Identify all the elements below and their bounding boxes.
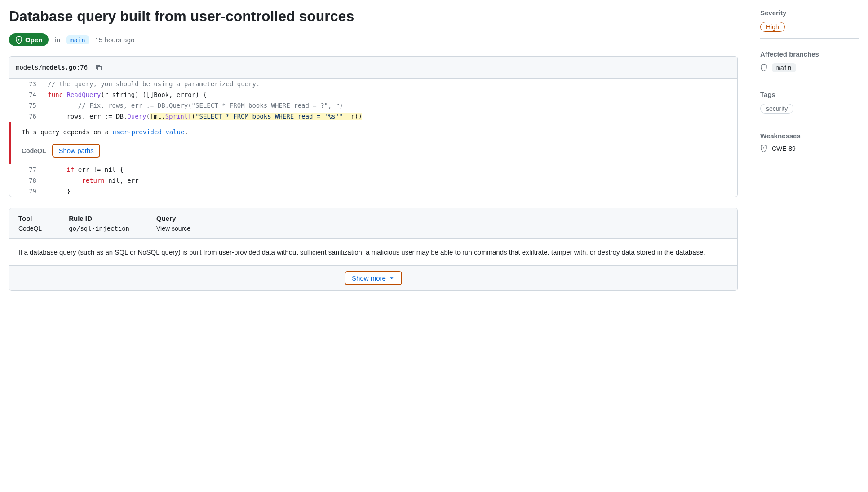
shield-icon: [760, 145, 767, 152]
svg-point-0: [18, 39, 20, 40]
code-line: 74 func ReadQuery(r string) ([]Book, err…: [9, 89, 737, 100]
copy-button[interactable]: [92, 61, 105, 74]
code-line: 79 }: [9, 186, 737, 197]
weaknesses-section: Weaknesses CWE-89: [760, 132, 859, 158]
details-col-query: Query View source: [156, 215, 190, 232]
timestamp: 15 hours ago: [95, 36, 135, 44]
path-line: :76: [76, 64, 88, 71]
svg-rect-3: [763, 149, 764, 150]
in-text: in: [55, 36, 60, 44]
status-badge: Open: [9, 33, 49, 46]
section-title: Affected branches: [760, 50, 859, 58]
comment: // the query, you should be using a para…: [48, 80, 260, 88]
col-value: CodeQL: [18, 225, 42, 232]
code-table: 73 // the query, you should be using a p…: [9, 79, 737, 122]
col-value: go/sql-injection: [69, 225, 129, 232]
alert-message: This query depends on a user-provided va…: [22, 128, 731, 136]
code-line: 78 return nil, err: [9, 175, 737, 186]
func-name: Query: [127, 113, 146, 120]
status-label: Open: [25, 36, 42, 44]
msg-text: .: [184, 128, 188, 136]
string-literal: "SELECT * FROM books WHERE read = '%s'": [195, 113, 343, 120]
tag-pill[interactable]: security: [760, 104, 793, 114]
file-path[interactable]: models/models.go:76: [16, 64, 88, 71]
func-name: ReadQuery: [66, 91, 101, 98]
svg-rect-1: [18, 40, 19, 41]
branches-section: Affected branches main: [760, 50, 859, 79]
code-text: [36, 166, 66, 173]
code-text: fmt: [150, 113, 161, 120]
func-name: Sprintf: [165, 113, 192, 120]
code-text: err != nil {: [74, 166, 124, 173]
description: If a database query (such as an SQL or N…: [9, 239, 737, 266]
code-header: models/models.go:76: [9, 57, 737, 79]
code-text: (: [146, 113, 150, 120]
sidebar: Severity High Affected branches main Tag…: [760, 7, 859, 170]
user-value-link[interactable]: user-provided value: [112, 128, 184, 136]
code-text: (: [192, 113, 195, 120]
path-file: models.go: [42, 64, 76, 71]
code-line: 76 rows, err := DB.Query(fmt.Sprintf("SE…: [9, 111, 737, 122]
keyword: if: [66, 166, 74, 173]
meta-row: Open in main 15 hours ago: [9, 33, 738, 46]
section-title: Weaknesses: [760, 132, 859, 140]
code-panel: models/models.go:76 73 // the query, you…: [9, 56, 738, 197]
branch-pill[interactable]: main: [772, 63, 796, 72]
comment: // Fix: rows, err := DB.Query("SELECT * …: [78, 102, 343, 109]
code-line: 77 if err != nil {: [9, 164, 737, 175]
cwe-link[interactable]: CWE-89: [772, 145, 796, 152]
path-dir: models/: [16, 64, 42, 71]
details-col-tool: Tool CodeQL: [18, 215, 42, 232]
section-title: Severity: [760, 9, 859, 17]
branch-link[interactable]: main: [66, 35, 89, 44]
page-title: Database query built from user-controlle…: [9, 7, 738, 25]
copy-icon: [95, 64, 102, 71]
keyword: return: [82, 177, 105, 184]
col-header: Tool: [18, 215, 42, 222]
code-text: nil, err: [105, 177, 139, 184]
section-title: Tags: [760, 91, 859, 98]
col-header: Query: [156, 215, 190, 222]
alert-panel: This query depends on a user-provided va…: [9, 122, 737, 164]
details-panel: Tool CodeQL Rule ID go/sql-injection Que…: [9, 208, 738, 291]
code-text: }: [66, 188, 70, 195]
code-table: 77 if err != nil { 78 return nil, err 79…: [9, 164, 737, 197]
shield-icon: [760, 64, 767, 71]
code-text: , r)): [343, 113, 362, 120]
details-header: Tool CodeQL Rule ID go/sql-injection Que…: [9, 208, 737, 239]
keyword: func: [48, 91, 63, 98]
code-text: .: [161, 113, 165, 120]
code-text: (r string) ([]Book, error) {: [101, 91, 207, 98]
col-header: Rule ID: [69, 215, 129, 222]
shield-icon: [15, 36, 22, 44]
code-text: rows, err := DB.: [36, 113, 127, 120]
codeql-label: CodeQL: [22, 147, 46, 154]
code-line: 75 // Fix: rows, err := DB.Query("SELECT…: [9, 100, 737, 111]
code-text: [36, 177, 82, 184]
show-more-button[interactable]: Show more: [345, 271, 402, 285]
show-more-label: Show more: [352, 274, 386, 282]
msg-text: This query depends on a: [22, 128, 112, 136]
svg-point-2: [763, 147, 764, 148]
view-source-link[interactable]: View source: [156, 225, 190, 232]
code-line: 73 // the query, you should be using a p…: [9, 79, 737, 89]
chevron-down-icon: [389, 275, 395, 281]
tags-section: Tags security: [760, 91, 859, 120]
severity-pill: High: [760, 22, 785, 32]
show-more-row: Show more: [9, 266, 737, 290]
show-paths-button[interactable]: Show paths: [52, 144, 100, 158]
details-col-rule: Rule ID go/sql-injection: [69, 215, 129, 232]
severity-section: Severity High: [760, 9, 859, 39]
